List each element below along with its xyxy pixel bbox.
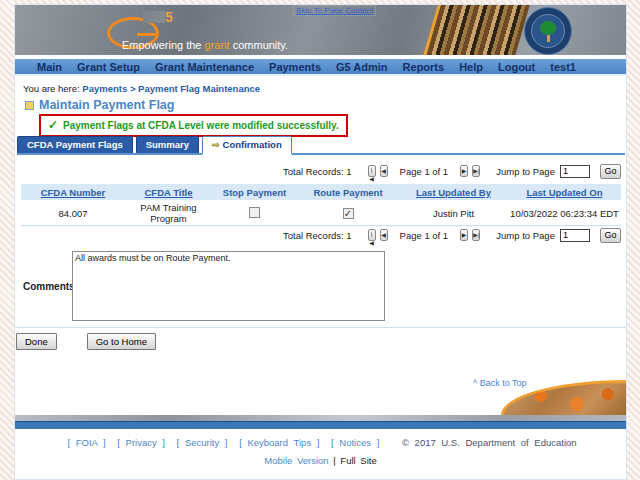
- pagination-top: Total Records: 1 |◀ ◀ Page 1 of 1 ▶ ▶| J…: [283, 163, 621, 179]
- tab-summary[interactable]: Summary: [136, 136, 199, 153]
- col-header-last-updated-by[interactable]: Last Updated By: [399, 184, 508, 201]
- nav-item-logout[interactable]: Logout: [498, 61, 535, 73]
- tab-cfda-payment-flags[interactable]: CFDA Payment Flags: [17, 136, 133, 153]
- next-page-button[interactable]: ▶: [460, 229, 468, 241]
- first-page-button[interactable]: |◀: [368, 165, 376, 177]
- col-header-cfda-number[interactable]: CFDA Number: [21, 184, 125, 201]
- footer-links: [ FOIA ] [ Privacy ] [ Security ] [ Keyb…: [15, 437, 626, 448]
- footer-link-keyboard-tips[interactable]: [ Keyboard Tips ]: [239, 437, 319, 448]
- total-records: Total Records: 1: [283, 230, 352, 241]
- nav-item-main[interactable]: Main: [37, 61, 62, 73]
- nav-item-grant-setup[interactable]: Grant Setup: [77, 61, 140, 73]
- route-payment-checkbox: [343, 208, 354, 219]
- done-button[interactable]: Done: [16, 333, 57, 350]
- total-records: Total Records: 1: [283, 166, 352, 177]
- payment-flag-table: CFDA Number CFDA Title Stop Payment Rout…: [21, 184, 621, 226]
- dept-education-seal: [524, 7, 572, 55]
- success-message: ✓Payment Flags at CFDA Level were modifi…: [39, 114, 348, 137]
- go-button-top[interactable]: Go: [600, 164, 621, 179]
- first-page-button[interactable]: |◀: [368, 229, 376, 241]
- footer-link-foia[interactable]: [ FOIA ]: [67, 437, 105, 448]
- cell-last-updated-by: Justin Pitt: [399, 201, 508, 225]
- comments-label: Comments: [23, 281, 72, 292]
- go-button-bottom[interactable]: Go: [600, 228, 621, 243]
- col-header-last-updated-on[interactable]: Last Updated On: [508, 184, 621, 201]
- checkmark-icon: ✓: [48, 118, 58, 132]
- last-page-button[interactable]: ▶|: [472, 165, 480, 177]
- prev-page-button[interactable]: ◀: [380, 165, 388, 177]
- tagline: Empowering the grant community.: [122, 39, 288, 51]
- table-header-row: CFDA Number CFDA Title Stop Payment Rout…: [21, 184, 621, 201]
- breadcrumb: You are here: Payments > Payment Flag Ma…: [23, 83, 260, 94]
- header-banner: 5 Empowering the grant community. Skip T…: [15, 5, 626, 57]
- nav-item-grant-maintenance[interactable]: Grant Maintenance: [155, 61, 254, 73]
- page-title-icon: [25, 101, 34, 110]
- tab-confirmation[interactable]: ⇨ Confirmation: [202, 136, 292, 155]
- breadcrumb-link-payments[interactable]: Payments: [82, 83, 127, 94]
- stop-payment-checkbox: [249, 207, 260, 218]
- seal-tree-icon: [540, 21, 556, 35]
- main-nav: Main Grant Setup Grant Maintenance Payme…: [15, 59, 626, 76]
- footer-link-privacy[interactable]: [ Privacy ]: [117, 437, 165, 448]
- comments-section: Comments All awards must be on Route Pay…: [23, 251, 385, 321]
- footer-site-switch: Mobile Version | Full Site: [15, 455, 626, 466]
- section-divider: [15, 327, 626, 328]
- cell-cfda-title: PAM Training Program: [125, 201, 212, 225]
- full-site-label: Full Site: [340, 455, 376, 466]
- nav-item-username[interactable]: test1: [550, 61, 576, 73]
- col-header-cfda-title[interactable]: CFDA Title: [125, 184, 212, 201]
- page-container: 5 Empowering the grant community. Skip T…: [14, 4, 627, 480]
- nav-item-reports[interactable]: Reports: [403, 61, 445, 73]
- tab-bar: CFDA Payment Flags Summary ⇨ Confirmatio…: [17, 138, 625, 155]
- nav-item-help[interactable]: Help: [459, 61, 483, 73]
- jump-to-page-input[interactable]: [560, 229, 590, 242]
- go-to-home-button[interactable]: Go to Home: [87, 333, 156, 350]
- pagination-bottom: Total Records: 1 |◀ ◀ Page 1 of 1 ▶ ▶| J…: [283, 227, 621, 243]
- nav-item-payments[interactable]: Payments: [269, 61, 321, 73]
- comments-textarea[interactable]: All awards must be on Route Payment.: [72, 251, 385, 321]
- page-title: Maintain Payment Flag: [25, 98, 174, 112]
- footer-link-notices[interactable]: [ Notices ]: [331, 437, 379, 448]
- cell-last-updated-on: 10/03/2022 06:23:34 EDT: [508, 201, 621, 225]
- page-indicator: Page 1 of 1: [400, 230, 449, 241]
- prev-page-button[interactable]: ◀: [380, 229, 388, 241]
- g5-logo-five: 5: [165, 9, 173, 25]
- copyright-text: © 2017 U.S. Department of Education: [402, 437, 577, 448]
- confirmation-tab-icon: ⇨: [212, 140, 220, 150]
- jump-to-page-input[interactable]: [560, 165, 590, 178]
- footer-blue-bar: [15, 421, 626, 429]
- mobile-version-link[interactable]: Mobile Version: [264, 455, 328, 466]
- nav-item-g5-admin[interactable]: G5 Admin: [336, 61, 388, 73]
- next-page-button[interactable]: ▶: [460, 165, 468, 177]
- skip-to-content-link[interactable]: Skip To Page Content: [293, 5, 376, 16]
- breadcrumb-current: Payment Flag Maintenance: [138, 83, 260, 94]
- library-image: [421, 5, 531, 57]
- back-to-top-link[interactable]: ^ Back to Top: [473, 378, 527, 388]
- last-page-button[interactable]: ▶|: [472, 229, 480, 241]
- page-indicator: Page 1 of 1: [400, 166, 449, 177]
- col-header-stop-payment: Stop Payment: [212, 184, 297, 201]
- action-buttons: Done Go to Home: [16, 333, 156, 350]
- cell-cfda-number: 84.007: [21, 201, 125, 225]
- footer-link-security[interactable]: [ Security ]: [177, 437, 228, 448]
- table-row: 84.007 PAM Training Program Justin Pitt …: [21, 201, 621, 225]
- col-header-route-payment: Route Payment: [297, 184, 399, 201]
